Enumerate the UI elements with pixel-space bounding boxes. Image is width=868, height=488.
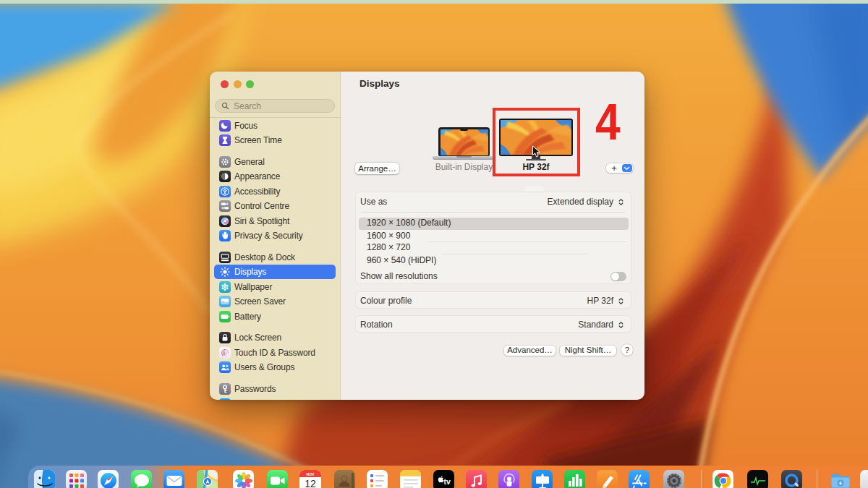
svg-text:NOV: NOV (307, 472, 315, 476)
svg-text:12: 12 (305, 478, 316, 488)
svg-text:tv: tv (444, 477, 451, 486)
